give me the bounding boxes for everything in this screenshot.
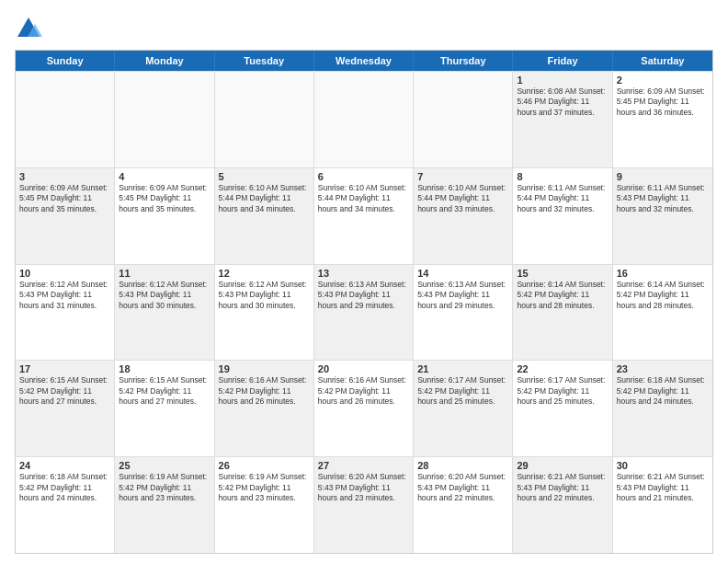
calendar-header-cell: Friday [513, 51, 612, 71]
day-number: 27 [318, 460, 409, 471]
calendar-row: 3Sunrise: 6:09 AM Sunset: 5:45 PM Daylig… [16, 167, 712, 264]
day-number: 30 [617, 460, 709, 471]
calendar-cell: 11Sunrise: 6:12 AM Sunset: 5:43 PM Dayli… [115, 265, 214, 361]
calendar-cell: 8Sunrise: 6:11 AM Sunset: 5:44 PM Daylig… [513, 168, 612, 264]
day-number: 20 [318, 363, 409, 374]
calendar-cell: 17Sunrise: 6:15 AM Sunset: 5:42 PM Dayli… [16, 361, 115, 456]
calendar-cell: 2Sunrise: 6:09 AM Sunset: 5:45 PM Daylig… [613, 72, 712, 167]
day-number: 28 [417, 460, 508, 471]
day-info: Sunrise: 6:18 AM Sunset: 5:42 PM Dayligh… [617, 375, 709, 407]
calendar-header-cell: Tuesday [215, 51, 314, 71]
day-info: Sunrise: 6:19 AM Sunset: 5:42 PM Dayligh… [119, 472, 210, 503]
day-number: 7 [417, 171, 508, 182]
day-info: Sunrise: 6:15 AM Sunset: 5:42 PM Dayligh… [119, 375, 210, 407]
day-info: Sunrise: 6:09 AM Sunset: 5:45 PM Dayligh… [19, 183, 110, 214]
day-number: 19 [219, 363, 310, 374]
day-number: 18 [119, 363, 210, 374]
day-number: 17 [19, 363, 110, 374]
day-number: 16 [617, 268, 709, 279]
day-info: Sunrise: 6:12 AM Sunset: 5:43 PM Dayligh… [19, 280, 110, 311]
day-number: 13 [318, 268, 409, 279]
day-info: Sunrise: 6:20 AM Sunset: 5:43 PM Dayligh… [318, 472, 409, 503]
calendar-cell [215, 72, 314, 167]
day-info: Sunrise: 6:20 AM Sunset: 5:43 PM Dayligh… [417, 472, 508, 503]
day-info: Sunrise: 6:09 AM Sunset: 5:45 PM Dayligh… [119, 183, 210, 214]
calendar-cell: 7Sunrise: 6:10 AM Sunset: 5:44 PM Daylig… [414, 168, 513, 264]
day-info: Sunrise: 6:13 AM Sunset: 5:43 PM Dayligh… [417, 280, 508, 311]
logo [15, 15, 46, 42]
calendar-header-cell: Saturday [613, 51, 712, 71]
calendar-header-cell: Monday [115, 51, 214, 71]
calendar-header-cell: Sunday [16, 51, 115, 71]
day-number: 4 [119, 171, 210, 182]
day-info: Sunrise: 6:19 AM Sunset: 5:42 PM Dayligh… [219, 472, 310, 503]
calendar-row: 10Sunrise: 6:12 AM Sunset: 5:43 PM Dayli… [16, 264, 712, 361]
calendar-cell: 12Sunrise: 6:12 AM Sunset: 5:43 PM Dayli… [215, 265, 314, 361]
day-number: 22 [517, 363, 608, 374]
calendar-cell: 19Sunrise: 6:16 AM Sunset: 5:42 PM Dayli… [215, 361, 314, 456]
calendar-cell: 26Sunrise: 6:19 AM Sunset: 5:42 PM Dayli… [215, 457, 314, 553]
day-number: 21 [417, 363, 508, 374]
day-info: Sunrise: 6:17 AM Sunset: 5:42 PM Dayligh… [517, 375, 608, 407]
day-info: Sunrise: 6:09 AM Sunset: 5:45 PM Dayligh… [617, 86, 709, 118]
calendar-cell: 15Sunrise: 6:14 AM Sunset: 5:42 PM Dayli… [513, 265, 612, 361]
calendar-cell: 10Sunrise: 6:12 AM Sunset: 5:43 PM Dayli… [16, 265, 115, 361]
calendar-cell: 4Sunrise: 6:09 AM Sunset: 5:45 PM Daylig… [115, 168, 214, 264]
day-number: 25 [119, 460, 210, 471]
calendar-cell: 13Sunrise: 6:13 AM Sunset: 5:43 PM Dayli… [314, 265, 414, 361]
calendar-cell: 28Sunrise: 6:20 AM Sunset: 5:43 PM Dayli… [414, 457, 513, 553]
calendar-cell: 29Sunrise: 6:21 AM Sunset: 5:43 PM Dayli… [513, 457, 612, 553]
calendar-cell: 25Sunrise: 6:19 AM Sunset: 5:42 PM Dayli… [115, 457, 214, 553]
day-info: Sunrise: 6:14 AM Sunset: 5:42 PM Dayligh… [617, 280, 709, 311]
day-number: 11 [119, 268, 210, 279]
day-info: Sunrise: 6:14 AM Sunset: 5:42 PM Dayligh… [517, 280, 608, 311]
day-number: 2 [617, 75, 709, 86]
day-number: 8 [517, 171, 608, 182]
day-info: Sunrise: 6:10 AM Sunset: 5:44 PM Dayligh… [219, 183, 310, 214]
calendar-cell: 3Sunrise: 6:09 AM Sunset: 5:45 PM Daylig… [16, 168, 115, 264]
calendar-cell: 24Sunrise: 6:18 AM Sunset: 5:42 PM Dayli… [16, 457, 115, 553]
calendar-cell: 6Sunrise: 6:10 AM Sunset: 5:44 PM Daylig… [314, 168, 414, 264]
calendar-cell: 30Sunrise: 6:21 AM Sunset: 5:43 PM Dayli… [613, 457, 712, 553]
day-info: Sunrise: 6:12 AM Sunset: 5:43 PM Dayligh… [119, 280, 210, 311]
calendar-cell [115, 72, 214, 167]
calendar-cell: 20Sunrise: 6:16 AM Sunset: 5:42 PM Dayli… [314, 361, 414, 456]
calendar-cell: 22Sunrise: 6:17 AM Sunset: 5:42 PM Dayli… [513, 361, 612, 456]
calendar-cell: 1Sunrise: 6:08 AM Sunset: 5:46 PM Daylig… [513, 72, 612, 167]
calendar-cell [414, 72, 513, 167]
day-info: Sunrise: 6:11 AM Sunset: 5:44 PM Dayligh… [517, 183, 608, 214]
day-number: 6 [318, 171, 409, 182]
day-number: 12 [219, 268, 310, 279]
day-number: 26 [219, 460, 310, 471]
calendar-cell: 14Sunrise: 6:13 AM Sunset: 5:43 PM Dayli… [414, 265, 513, 361]
calendar-header-cell: Thursday [414, 51, 513, 71]
day-number: 23 [617, 363, 709, 374]
day-number: 14 [417, 268, 508, 279]
day-info: Sunrise: 6:10 AM Sunset: 5:44 PM Dayligh… [318, 183, 409, 214]
day-info: Sunrise: 6:08 AM Sunset: 5:46 PM Dayligh… [517, 86, 608, 118]
day-info: Sunrise: 6:11 AM Sunset: 5:43 PM Dayligh… [617, 183, 709, 214]
day-number: 15 [517, 268, 608, 279]
day-number: 3 [19, 171, 110, 182]
day-info: Sunrise: 6:16 AM Sunset: 5:42 PM Dayligh… [318, 375, 409, 407]
calendar-row: 1Sunrise: 6:08 AM Sunset: 5:46 PM Daylig… [16, 71, 712, 167]
calendar-cell: 16Sunrise: 6:14 AM Sunset: 5:42 PM Dayli… [613, 265, 712, 361]
calendar-cell: 18Sunrise: 6:15 AM Sunset: 5:42 PM Dayli… [115, 361, 214, 456]
day-info: Sunrise: 6:15 AM Sunset: 5:42 PM Dayligh… [19, 375, 110, 407]
logo-icon [15, 15, 42, 42]
calendar-cell [314, 72, 414, 167]
day-number: 29 [517, 460, 608, 471]
calendar-cell: 27Sunrise: 6:20 AM Sunset: 5:43 PM Dayli… [314, 457, 414, 553]
day-number: 24 [19, 460, 110, 471]
calendar-header-row: SundayMondayTuesdayWednesdayThursdayFrid… [16, 51, 712, 71]
day-info: Sunrise: 6:21 AM Sunset: 5:43 PM Dayligh… [517, 472, 608, 503]
day-info: Sunrise: 6:16 AM Sunset: 5:42 PM Dayligh… [219, 375, 310, 407]
day-info: Sunrise: 6:18 AM Sunset: 5:42 PM Dayligh… [19, 472, 110, 503]
day-number: 1 [517, 75, 608, 86]
day-number: 9 [617, 171, 709, 182]
day-number: 5 [219, 171, 310, 182]
day-info: Sunrise: 6:12 AM Sunset: 5:43 PM Dayligh… [219, 280, 310, 311]
calendar-cell: 9Sunrise: 6:11 AM Sunset: 5:43 PM Daylig… [613, 168, 712, 264]
day-info: Sunrise: 6:21 AM Sunset: 5:43 PM Dayligh… [617, 472, 709, 503]
calendar-row: 24Sunrise: 6:18 AM Sunset: 5:42 PM Dayli… [16, 456, 712, 553]
